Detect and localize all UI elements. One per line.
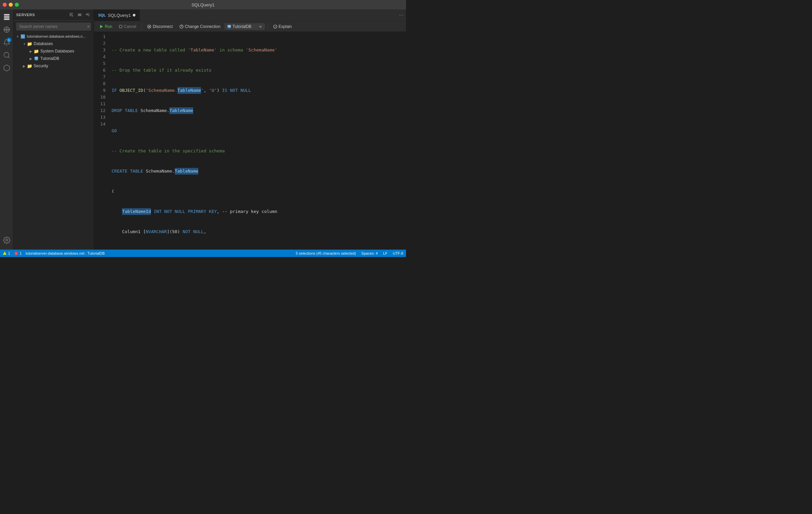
tab-sqlquery1[interactable]: SQL SQLQuery1 — [94, 9, 140, 21]
code-line-5: GO — [109, 128, 406, 134]
token: -- Create the table in the specified sch… — [112, 148, 225, 154]
system-databases-label: System Databases — [40, 49, 74, 53]
svg-rect-15 — [86, 14, 90, 15]
code-line-9: TableNameId INT NOT NULL PRIMARY KEY, --… — [109, 208, 406, 215]
title-bar: SQLQuery1 — [0, 0, 406, 9]
status-spaces: Spaces: 4 — [361, 251, 378, 255]
app-container: 1 SERVERS — [0, 9, 406, 250]
svg-marker-21 — [100, 25, 103, 28]
server-icon — [20, 34, 26, 39]
databases-folder-icon: 📁 — [27, 41, 32, 47]
svg-rect-22 — [119, 25, 122, 28]
tutorialdb-label: TutorialDB — [40, 56, 59, 61]
svg-rect-13 — [78, 15, 82, 15]
system-databases-icon: 📁 — [34, 49, 39, 54]
token: ' in schema ' — [214, 47, 249, 53]
token: SchemaName. — [138, 107, 169, 114]
status-bar: ! 1 ! 1 tutorialserver.database.windows.… — [0, 250, 406, 257]
search-input[interactable] — [16, 23, 91, 31]
activity-extensions[interactable] — [1, 62, 13, 74]
security-label: Security — [34, 63, 48, 68]
minimize-button[interactable] — [9, 3, 13, 7]
svg-rect-0 — [4, 14, 9, 16]
run-label: Run — [105, 24, 112, 29]
code-line-3: IF OBJECT_ID('SchemaName.TableName', 'U'… — [109, 87, 406, 94]
svg-rect-17 — [21, 35, 25, 36]
sidebar-header: SERVERS — [13, 9, 94, 21]
code-content[interactable]: -- Create a new table called 'TableName'… — [109, 32, 406, 250]
activity-connections[interactable] — [1, 24, 13, 36]
token: ( — [112, 188, 114, 195]
more-tabs-button[interactable]: ··· — [396, 9, 406, 21]
status-warnings[interactable]: ! 1 — [3, 251, 10, 255]
line-num-1: 1 — [94, 33, 106, 40]
token: TableName — [175, 168, 198, 174]
server-search-container: × — [16, 23, 91, 31]
token: ](50) — [167, 228, 182, 235]
tab-bar: SQL SQLQuery1 ··· — [94, 9, 406, 21]
disconnect-button[interactable] — [76, 11, 83, 18]
tutorialdb-item[interactable]: ▶ TutorialDB — [13, 55, 94, 62]
line-num-11: 11 — [94, 101, 106, 107]
add-connection-button[interactable] — [84, 11, 91, 18]
system-databases-item[interactable]: ▶ 📁 System Databases — [13, 48, 94, 55]
maximize-button[interactable] — [15, 3, 19, 7]
warning-icon: ! — [3, 251, 7, 255]
activity-bottom — [1, 234, 13, 250]
token — [151, 208, 153, 215]
token: TableName — [191, 47, 214, 53]
status-errors[interactable]: ! 1 — [14, 251, 22, 255]
server-chevron: ▾ — [15, 34, 20, 39]
line-num-8: 8 — [94, 80, 106, 87]
token: NVARCHAR — [146, 249, 167, 250]
server-tree: ▾ tutorialserver.database.windows.n... ▾… — [13, 33, 94, 250]
token: INT NOT NULL PRIMARY KEY — [153, 208, 217, 215]
database-dropdown[interactable]: TutorialDB — [225, 23, 265, 30]
search-clear-button[interactable]: × — [87, 24, 90, 29]
status-encoding: UTF-8 — [393, 251, 403, 255]
code-editor[interactable]: 1 2 3 4 5 6 7 8 9 10 11 12 13 14 -- Crea… — [94, 32, 406, 250]
cancel-button[interactable]: Cancel — [116, 23, 139, 30]
activity-search[interactable] — [1, 49, 13, 61]
run-button[interactable]: Run — [97, 23, 115, 30]
activity-servers[interactable] — [1, 11, 13, 23]
server-item[interactable]: ▾ tutorialserver.database.windows.n... — [13, 33, 94, 40]
svg-rect-16 — [86, 15, 88, 15]
svg-line-6 — [8, 56, 9, 58]
line-num-13: 13 — [94, 114, 106, 121]
svg-rect-2 — [4, 19, 9, 20]
close-button[interactable] — [3, 3, 7, 7]
token: NOT NULL — [182, 249, 204, 250]
databases-folder[interactable]: ▾ 📁 Databases — [13, 40, 94, 48]
token: -- Create a new table called ' — [112, 47, 191, 53]
token: SchemaName — [249, 47, 274, 53]
token: ' — [201, 87, 204, 94]
svg-point-7 — [6, 239, 8, 241]
change-connection-label: Change Connection — [185, 24, 221, 29]
security-item[interactable]: ▶ 📁 Security — [13, 62, 94, 70]
tutorialdb-chevron: ▶ — [28, 56, 34, 61]
disconnect-toolbar-button[interactable]: Disconnect — [145, 23, 175, 30]
new-query-button[interactable] — [68, 11, 75, 18]
server-label: tutorialserver.database.windows.n... — [27, 34, 86, 38]
token: -- Drop the table if it already exists — [112, 67, 211, 74]
system-databases-chevron: ▶ — [28, 49, 34, 54]
code-line-11: Column2 [NVARCHAR](50) NOT NULL — [109, 249, 406, 250]
line-num-6: 6 — [94, 67, 106, 74]
error-count: 1 — [20, 251, 22, 255]
line-num-14: 14 — [94, 121, 106, 128]
token: , — [204, 87, 209, 94]
sql-file-icon: SQL — [98, 13, 106, 17]
activity-settings[interactable] — [1, 234, 13, 246]
svg-rect-9 — [69, 15, 72, 15]
status-line-ending: LF — [383, 251, 387, 255]
disconnect-label: Disconnect — [152, 24, 172, 29]
activity-notifications[interactable]: 1 — [1, 36, 13, 49]
code-line-1: -- Create a new table called 'TableName'… — [109, 47, 406, 53]
sidebar: SERVERS — [13, 9, 94, 250]
toolbar-separator-2 — [267, 24, 268, 30]
explain-button[interactable]: Explain — [270, 23, 294, 30]
svg-text:!: ! — [16, 253, 17, 255]
change-connection-button[interactable]: Change Connection — [177, 23, 223, 30]
token: TableNameId — [122, 208, 151, 215]
